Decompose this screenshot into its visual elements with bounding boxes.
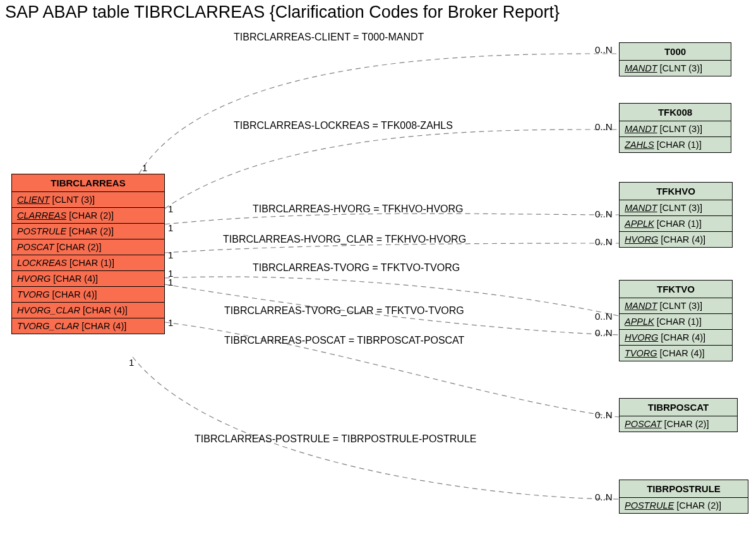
cardinality-left: 1 — [142, 162, 147, 173]
field-row: MANDT [CLNT (3)] — [620, 61, 731, 76]
entity-header: TFKTVO — [620, 281, 732, 298]
cardinality-right: 0..N — [595, 44, 613, 55]
entity-header: TIBRPOSTRULE — [620, 480, 748, 498]
entity-tfktvo: TFKTVO MANDT [CLNT (3)] APPLK [CHAR (1)]… — [619, 280, 733, 361]
edge-label: TIBRCLARREAS-POSTRULE = TIBRPOSTRULE-POS… — [195, 433, 476, 445]
field-row: MANDT [CLNT (3)] — [620, 200, 732, 216]
cardinality-right: 0..N — [595, 311, 613, 322]
field-row: HVORG [CHAR (4)] — [620, 232, 732, 247]
cardinality-left: 1 — [168, 277, 173, 287]
field-row: LOCKREAS [CHAR (1)] — [12, 255, 164, 271]
field-row: HVORG [CHAR (4)] — [12, 271, 164, 287]
field-row: APPLK [CHAR (1)] — [620, 314, 732, 330]
field-row: POSCAT [CHAR (2)] — [12, 239, 164, 255]
cardinality-left: 1 — [168, 222, 173, 233]
field-row: POSTRULE [CHAR (2)] — [12, 224, 164, 239]
cardinality-left: 1 — [168, 203, 173, 214]
edge-label: TIBRCLARREAS-TVORG_CLAR = TFKTVO-TVORG — [224, 305, 464, 317]
entity-tfk008: TFK008 MANDT [CLNT (3)] ZAHLS [CHAR (1)] — [619, 103, 731, 153]
field-row: TVORG [CHAR (4)] — [12, 287, 164, 303]
field-row: TVORG [CHAR (4)] — [620, 346, 732, 361]
edge-label: TIBRCLARREAS-HVORG_CLAR = TFKHVO-HVORG — [223, 234, 466, 245]
cardinality-right: 0..N — [595, 209, 613, 219]
entity-header: T000 — [620, 43, 731, 61]
field-row: MANDT [CLNT (3)] — [620, 298, 732, 314]
edge-label: TIBRCLARREAS-TVORG = TFKTVO-TVORG — [253, 262, 460, 274]
field-row: HVORG [CHAR (4)] — [620, 330, 732, 346]
edge-label: TIBRCLARREAS-HVORG = TFKHVO-HVORG — [253, 203, 464, 215]
entity-header: TIBRPOSCAT — [620, 399, 737, 416]
cardinality-right: 0..N — [595, 327, 613, 338]
entity-tfkhvo: TFKHVO MANDT [CLNT (3)] APPLK [CHAR (1)]… — [619, 182, 733, 248]
field-row: HVORG_CLAR [CHAR (4)] — [12, 303, 164, 318]
diagram-title: SAP ABAP table TIBRCLARREAS {Clarificati… — [5, 3, 560, 22]
field-row: CLARREAS [CHAR (2)] — [12, 208, 164, 224]
field-row: POSCAT [CHAR (2)] — [620, 416, 737, 432]
entity-tibrpostrule: TIBRPOSTRULE POSTRULE [CHAR (2)] — [619, 480, 748, 514]
field-row: ZAHLS [CHAR (1)] — [620, 137, 731, 152]
field-row: POSTRULE [CHAR (2)] — [620, 498, 748, 513]
cardinality-left: 1 — [129, 357, 134, 368]
field-row: TVORG_CLAR [CHAR (4)] — [12, 318, 164, 334]
entity-t000: T000 MANDT [CLNT (3)] — [619, 42, 731, 76]
cardinality-right: 0..N — [595, 492, 613, 502]
edge-label: TIBRCLARREAS-LOCKREAS = TFK008-ZAHLS — [234, 120, 453, 131]
entity-header: TFKHVO — [620, 183, 732, 200]
entity-tibrposcat: TIBRPOSCAT POSCAT [CHAR (2)] — [619, 398, 738, 432]
cardinality-left: 1 — [168, 250, 173, 260]
field-row: CLIENT [CLNT (3)] — [12, 192, 164, 208]
cardinality-right: 0..N — [595, 236, 613, 247]
field-row: APPLK [CHAR (1)] — [620, 216, 732, 232]
cardinality-right: 0..N — [595, 121, 613, 132]
entity-header: TFK008 — [620, 104, 731, 121]
edge-label: TIBRCLARREAS-CLIENT = T000-MANDT — [234, 32, 424, 43]
entity-header: TIBRCLARREAS — [12, 174, 164, 192]
field-row: MANDT [CLNT (3)] — [620, 121, 731, 137]
entity-tibrclarreas: TIBRCLARREAS CLIENT [CLNT (3)] CLARREAS … — [11, 174, 165, 334]
edge-label: TIBRCLARREAS-POSCAT = TIBRPOSCAT-POSCAT — [224, 335, 464, 346]
cardinality-right: 0..N — [595, 409, 613, 420]
cardinality-left: 1 — [168, 317, 173, 328]
